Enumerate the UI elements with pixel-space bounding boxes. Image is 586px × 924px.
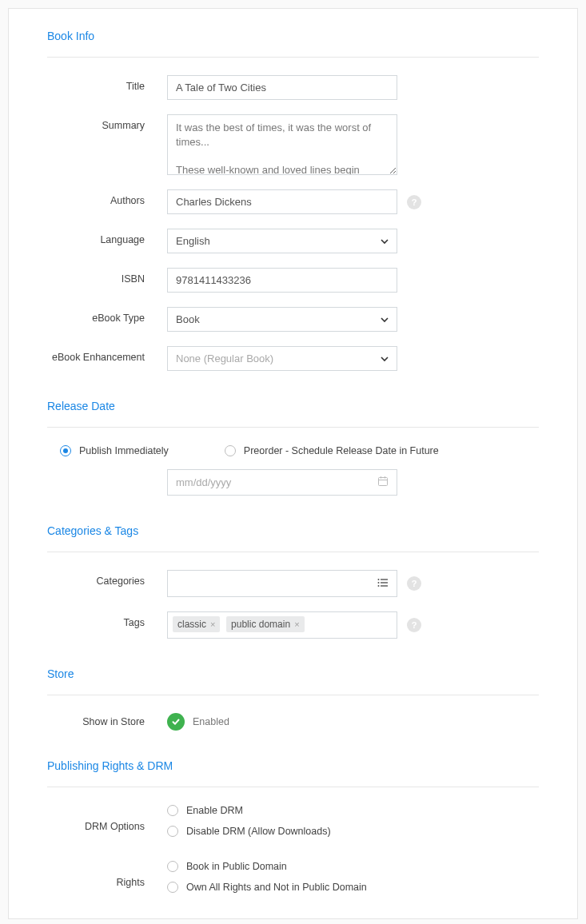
title-input[interactable] <box>167 75 397 100</box>
section-title-book-info: Book Info <box>47 25 539 58</box>
authors-input[interactable] <box>167 189 397 214</box>
tag-label: classic <box>177 619 206 630</box>
label-title: Title <box>47 75 167 92</box>
label-disable-drm: Disable DRM (Allow Downloads) <box>186 826 331 837</box>
svg-point-8 <box>378 585 380 587</box>
label-authors: Authors <box>47 189 167 206</box>
section-title-categories-tags: Categories & Tags <box>47 520 539 552</box>
isbn-input[interactable] <box>167 268 397 293</box>
radio-preorder[interactable] <box>225 445 236 456</box>
section-title-release-date: Release Date <box>47 395 539 428</box>
label-preorder: Preorder - Schedule Release Date in Futu… <box>244 445 439 456</box>
list-icon <box>377 578 389 590</box>
tag-label: public domain <box>231 619 290 630</box>
tag-chip[interactable]: public domain × <box>226 616 304 632</box>
tags-input[interactable]: classic × public domain × <box>167 611 397 639</box>
label-enable-drm: Enable DRM <box>186 805 243 816</box>
label-publish-immediately: Publish Immediately <box>79 445 169 456</box>
date-placeholder: mm/dd/yyyy <box>176 476 231 488</box>
help-icon[interactable]: ? <box>407 195 421 209</box>
tag-remove-icon[interactable]: × <box>210 619 215 629</box>
svg-point-4 <box>378 579 380 580</box>
tag-remove-icon[interactable]: × <box>294 619 299 629</box>
ebook-enhancement-select[interactable]: None (Regular Book) <box>167 346 397 371</box>
radio-own-all-rights[interactable] <box>167 882 178 893</box>
section-title-rights-drm: Publishing Rights & DRM <box>47 755 539 787</box>
tag-chip[interactable]: classic × <box>173 616 220 632</box>
label-ebook-type: eBook Type <box>47 307 167 324</box>
section-title-store: Store <box>47 663 539 695</box>
radio-enable-drm[interactable] <box>167 805 178 816</box>
svg-rect-5 <box>381 579 388 579</box>
book-form-panel: Book Info Title Summary It was the best … <box>8 8 578 919</box>
release-date-input[interactable]: mm/dd/yyyy <box>167 469 397 496</box>
svg-rect-0 <box>379 478 388 486</box>
svg-rect-7 <box>381 582 388 583</box>
radio-publish-immediately[interactable] <box>60 445 71 456</box>
label-drm-options: DRM Options <box>47 805 167 832</box>
label-categories: Categories <box>47 570 167 587</box>
categories-input[interactable] <box>167 570 397 597</box>
label-own-all-rights: Own All Rights and Not in Public Domain <box>186 882 367 893</box>
check-icon[interactable] <box>167 713 185 731</box>
label-summary: Summary <box>47 114 167 131</box>
language-select[interactable]: English <box>167 229 397 253</box>
calendar-icon <box>377 476 389 489</box>
svg-point-6 <box>378 582 380 583</box>
label-show-in-store: Show in Store <box>47 716 167 727</box>
label-tags: Tags <box>47 611 167 628</box>
ebook-type-select[interactable]: Book <box>167 307 397 332</box>
help-icon[interactable]: ? <box>407 576 421 591</box>
radio-disable-drm[interactable] <box>167 826 178 837</box>
label-language: Language <box>47 229 167 245</box>
label-public-domain: Book in Public Domain <box>186 861 287 872</box>
store-enabled-label: Enabled <box>193 716 229 727</box>
summary-textarea[interactable]: It was the best of times, it was the wor… <box>167 114 397 175</box>
svg-rect-9 <box>381 585 388 586</box>
help-icon[interactable]: ? <box>407 618 421 632</box>
radio-public-domain[interactable] <box>167 861 178 872</box>
label-rights: Rights <box>47 861 167 888</box>
label-isbn: ISBN <box>47 268 167 285</box>
label-ebook-enhancement: eBook Enhancement <box>47 346 167 363</box>
